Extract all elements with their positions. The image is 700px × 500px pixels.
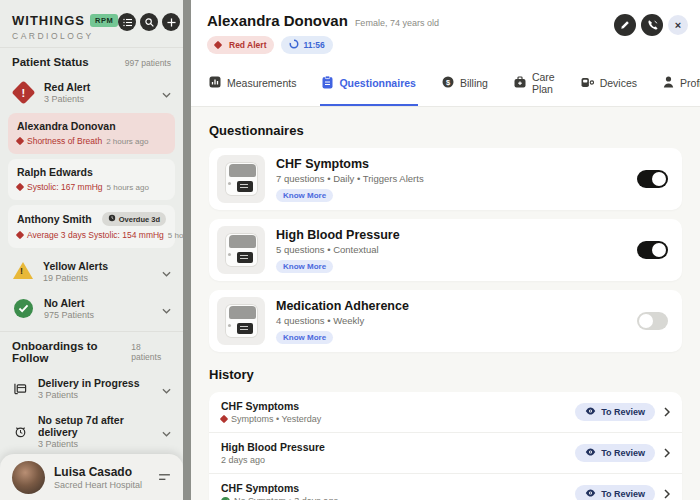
brand-header: WITHINGS RPM CARDIOLOGY: [0, 0, 183, 47]
red-alert-count: 3 Patients: [44, 94, 153, 104]
history-title: CHF Symptoms: [221, 482, 575, 494]
history-subtitle: Symptoms • Yesterday: [231, 414, 321, 424]
onboarding-count: 3 Patients: [38, 439, 152, 449]
onboarding-title: No setup 7d after delivery: [38, 414, 152, 438]
timer-icon: [289, 39, 299, 51]
history-title: CHF Symptoms: [221, 400, 575, 412]
eye-icon: [585, 489, 596, 499]
patient-alert-time: 2 hours ago: [106, 137, 148, 146]
chevron-right-icon[interactable]: [664, 485, 670, 500]
onboarding-delivery-in-progress[interactable]: Delivery in Progress 3 Patients: [0, 370, 183, 407]
clipboard-icon: [322, 76, 333, 91]
close-icon: ×: [675, 19, 681, 31]
tab-care-plan[interactable]: Care Plan: [512, 63, 557, 106]
questionnaire-title: CHF Symptoms: [276, 157, 637, 171]
history-section-title: History: [209, 367, 682, 382]
user-organization: Sacred Heart Hospital: [54, 480, 149, 490]
patient-name: Ralph Edwards: [17, 166, 166, 178]
patient-name: Alexandra Donovan: [17, 120, 166, 132]
timer-badge: 11:56: [281, 36, 332, 54]
onboardings-header: Onboardings to Follow 18 patients: [0, 331, 183, 370]
no-alert-group[interactable]: No Alert 975 Patients: [0, 290, 183, 327]
to-review-button[interactable]: To Review: [575, 444, 655, 462]
history-row[interactable]: CHF Symptoms No Symptom • 3 days ago To …: [209, 474, 682, 500]
history-list: CHF Symptoms Symptoms • Yesterday To Rev…: [209, 392, 682, 500]
device-photo: [217, 226, 265, 274]
tab-billing[interactable]: $ Billing: [440, 63, 490, 106]
medical-bag-icon: [514, 76, 526, 90]
pencil-icon: [620, 18, 630, 33]
red-alert-icon: [16, 137, 24, 145]
tab-questionnaires[interactable]: Questionnaires: [320, 63, 417, 106]
tab-profile[interactable]: Profile: [661, 63, 700, 106]
patient-card-ralph-edwards[interactable]: Ralph Edwards Systolic: 167 mmHg 5 hours…: [8, 159, 175, 200]
questionnaire-card-chf-symptoms: CHF Symptoms 7 questions • Daily • Trigg…: [209, 148, 682, 210]
brand-subtitle: CARDIOLOGY: [12, 31, 118, 41]
onboarding-title: Delivery in Progress: [38, 377, 152, 389]
patient-status-count: 997 patients: [125, 58, 171, 68]
edit-note-button[interactable]: [614, 14, 636, 36]
yellow-alerts-group[interactable]: ! Yellow Alerts 19 Patients: [0, 253, 183, 290]
patient-alert-text: Shortness of Breath: [27, 136, 102, 146]
questionnaire-toggle[interactable]: [637, 241, 668, 259]
know-more-link[interactable]: Know More: [276, 260, 333, 273]
patient-demographics: Female, 74 years old: [355, 18, 439, 28]
patient-card-anthony-smith[interactable]: Anthony Smith Overdue 3d Average 3 days …: [8, 205, 175, 248]
onboardings-title: Onboardings to Follow: [12, 340, 131, 364]
yellow-alert-icon: !: [13, 262, 33, 279]
check-icon: [221, 497, 230, 500]
sort-menu-icon[interactable]: [158, 468, 171, 486]
chevron-down-icon: [162, 423, 171, 441]
patient-status-title: Patient Status: [12, 56, 89, 68]
person-icon: [663, 76, 674, 90]
tab-bar: Measurements Questionnaires $ Billing Ca…: [191, 63, 700, 107]
patient-list: Alexandra Donovan Shortness of Breath 2 …: [0, 111, 183, 248]
overdue-badge: Overdue 3d: [102, 212, 166, 226]
questionnaire-title: High Blood Pressure: [276, 228, 637, 242]
call-patient-button[interactable]: [641, 14, 663, 36]
tab-content: Questionnaires CHF Symptoms 7 questions …: [191, 107, 700, 500]
questionnaire-card-high-blood-pressure: High Blood Pressure 5 questions • Contex…: [209, 219, 682, 281]
search-icon: [145, 15, 154, 30]
know-more-link[interactable]: Know More: [276, 189, 333, 202]
to-review-button[interactable]: To Review: [575, 403, 655, 421]
onboarding-no-setup[interactable]: No setup 7d after delivery 3 Patients: [0, 407, 183, 456]
search-button[interactable]: [140, 13, 158, 31]
questionnaire-toggle[interactable]: [637, 170, 668, 188]
chevron-right-icon[interactable]: [664, 403, 670, 421]
device-photo: [217, 297, 265, 345]
history-title: High Blood Pressure: [221, 441, 575, 453]
questionnaires-section-title: Questionnaires: [209, 123, 682, 138]
close-button[interactable]: ×: [668, 15, 688, 35]
history-row[interactable]: High Blood Pressure 2 days ago To Review: [209, 433, 682, 474]
sidebar: WITHINGS RPM CARDIOLOGY Patient Status 9…: [0, 0, 183, 500]
red-alert-icon: [220, 415, 228, 423]
add-patient-button[interactable]: [162, 13, 180, 31]
user-profile-card[interactable]: Luisa Casado Sacred Heart Hospital: [0, 454, 183, 500]
know-more-link[interactable]: Know More: [276, 331, 333, 344]
yellow-alerts-title: Yellow Alerts: [43, 260, 153, 272]
red-alert-group[interactable]: ! Red Alert 3 Patients: [0, 74, 183, 111]
questionnaire-toggle[interactable]: [637, 312, 668, 330]
patient-status-header: Patient Status 997 patients: [0, 47, 183, 74]
sidebar-scrollbar[interactable]: [183, 0, 191, 500]
plus-icon: [167, 15, 176, 30]
check-icon: [14, 299, 33, 318]
red-alert-icon: !: [11, 80, 35, 104]
patient-header: Alexandra Donovan Female, 74 years old R…: [191, 0, 700, 63]
clock-icon: [108, 214, 116, 224]
user-name: Luisa Casado: [54, 465, 149, 479]
patient-card-alexandra-donovan[interactable]: Alexandra Donovan Shortness of Breath 2 …: [8, 113, 175, 154]
chevron-down-icon: [162, 300, 171, 318]
patient-list-button[interactable]: [118, 13, 136, 31]
history-row[interactable]: CHF Symptoms Symptoms • Yesterday To Rev…: [209, 392, 682, 433]
page-title: Alexandra Donovan: [207, 12, 348, 29]
main-panel: Alexandra Donovan Female, 74 years old R…: [191, 0, 700, 500]
bar-chart-icon: [209, 76, 221, 90]
patient-alert-time: 5 hours ago: [107, 183, 149, 192]
chevron-right-icon[interactable]: [664, 444, 670, 462]
patient-alert-time: 5 hours ago: [168, 231, 183, 240]
tab-measurements[interactable]: Measurements: [207, 63, 298, 106]
tab-devices[interactable]: Devices: [579, 63, 639, 106]
to-review-button[interactable]: To Review: [575, 485, 655, 500]
